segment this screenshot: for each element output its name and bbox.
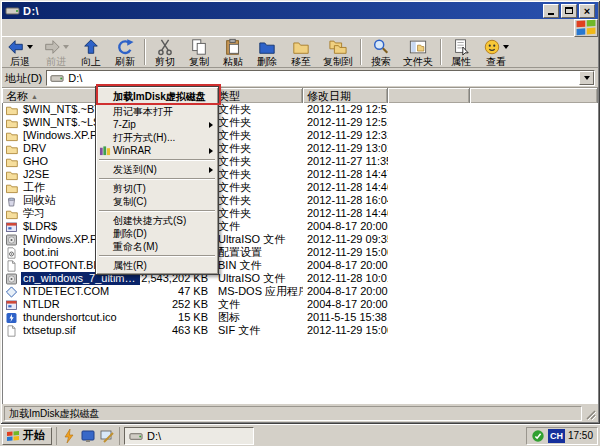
file-name: $WIN_NT$.~LS bbox=[21, 116, 102, 129]
file-type-cell: MS-DOS 应用程序 bbox=[214, 285, 303, 298]
file-row[interactable]: 学习文件夹2012-11-28 14:46 bbox=[2, 207, 598, 220]
menu-item-winrar[interactable]: WinRAR bbox=[97, 144, 217, 157]
generic-file-icon bbox=[5, 325, 18, 337]
file-row[interactable]: NTLDR252 KB文件2004-8-17 20:00 bbox=[2, 298, 598, 311]
annotation-highlight-box bbox=[96, 84, 221, 105]
file-row[interactable]: [Windows.XP.ProfessUltraISO 文件2012-11-29… bbox=[2, 233, 598, 246]
file-row[interactable]: thundershortcut.ico15 KB图标2011-5-15 15:3… bbox=[2, 311, 598, 324]
context-menu: 加载ImDisk虚拟磁盘用记事本打开7-Zip打开方式(H)...WinRAR发… bbox=[95, 86, 219, 275]
column-header-blank-4[interactable] bbox=[388, 88, 470, 103]
menu-item-label: 删除(D) bbox=[113, 228, 147, 239]
column-header-修改日期[interactable]: 修改日期 bbox=[303, 88, 388, 103]
folder-icon bbox=[5, 130, 18, 142]
menu-item-copy[interactable]: 复制(C) bbox=[97, 195, 217, 208]
address-dropdown-button[interactable] bbox=[579, 71, 594, 85]
file-type-cell: 文件 bbox=[214, 298, 303, 311]
file-row[interactable]: GHO文件夹2012-11-27 11:35 bbox=[2, 155, 598, 168]
maximize-button[interactable] bbox=[561, 4, 577, 18]
column-header-类型[interactable]: 类型 bbox=[214, 88, 303, 103]
views-button[interactable]: 查看 bbox=[478, 37, 514, 67]
copy-to-label: 复制到 bbox=[323, 56, 353, 67]
file-row[interactable]: cn_windows_7_ultimate_x86_...2,543,202 K… bbox=[2, 272, 598, 285]
thunder-launch-icon[interactable] bbox=[61, 428, 77, 444]
file-row[interactable]: txtsetup.sif463 KBSIF 文件2012-11-29 15:06 bbox=[2, 324, 598, 337]
menu-item-open-with[interactable]: 打开方式(H)... bbox=[97, 131, 217, 144]
file-name-cell: txtsetup.sif bbox=[2, 324, 140, 337]
cut-button[interactable]: 剪切 bbox=[148, 37, 182, 67]
display-icon[interactable] bbox=[80, 428, 96, 444]
file-date-cell: 2004-8-17 20:00 bbox=[303, 285, 388, 298]
show-desktop-icon[interactable] bbox=[99, 428, 115, 444]
menu-item-properties[interactable]: 属性(R) bbox=[97, 259, 217, 272]
system-tray: CH 17:50 bbox=[526, 427, 598, 445]
taskbar: 开始 D:\ CH 17:50 bbox=[0, 424, 600, 446]
move-to-button[interactable]: 移至 bbox=[284, 37, 318, 67]
file-size-cell: 47 KB bbox=[140, 285, 214, 298]
search-button[interactable]: 搜索 bbox=[364, 37, 398, 67]
file-type-cell: BIN 文件 bbox=[214, 259, 303, 272]
start-button[interactable]: 开始 bbox=[2, 427, 52, 445]
start-logo-icon bbox=[6, 430, 20, 442]
back-button[interactable]: 后退 bbox=[2, 37, 38, 67]
file-row[interactable]: [Windows.XP.Profess...文件夹2012-11-29 12:3… bbox=[2, 129, 598, 142]
properties-button[interactable]: 属性 bbox=[444, 37, 478, 67]
delete-button[interactable]: 删除 bbox=[250, 37, 284, 67]
file-name: DRV bbox=[21, 142, 48, 155]
file-type-cell: 文件 bbox=[214, 220, 303, 233]
minimize-button[interactable] bbox=[543, 4, 559, 18]
resize-grip[interactable] bbox=[584, 408, 596, 420]
menu-item-open-with-notepad[interactable]: 用记事本打开 bbox=[97, 105, 217, 118]
file-row[interactable]: BOOTFONT.BINBIN 文件2004-8-17 20:00 bbox=[2, 259, 598, 272]
dropdown-arrow-icon[interactable] bbox=[27, 45, 33, 49]
menu-item-cut[interactable]: 剪切(T) bbox=[97, 182, 217, 195]
thunder-file-icon bbox=[5, 312, 18, 324]
taskbar-task-button[interactable]: D:\ bbox=[124, 427, 254, 445]
folders-button[interactable]: 文件夹 bbox=[398, 37, 438, 67]
green-status-icon[interactable] bbox=[531, 429, 545, 443]
file-type-cell: 文件夹 bbox=[214, 155, 303, 168]
paste-button[interactable]: 粘贴 bbox=[216, 37, 250, 67]
dropdown-arrow-icon[interactable] bbox=[63, 45, 69, 49]
file-date-cell: 2012-11-29 15:06 bbox=[303, 246, 388, 259]
forward-button[interactable]: 前进 bbox=[38, 37, 74, 67]
generic-file-icon bbox=[5, 260, 18, 272]
menu-bar bbox=[2, 19, 598, 37]
up-button[interactable]: 向上 bbox=[74, 37, 108, 67]
cut-label: 剪切 bbox=[155, 56, 175, 67]
file-name-cell: NTDETECT.COM bbox=[2, 285, 140, 298]
language-indicator[interactable]: CH bbox=[548, 429, 565, 443]
file-row[interactable]: $WIN_NT$.~LS文件夹2012-11-29 12:51 bbox=[2, 116, 598, 129]
system-file-icon bbox=[5, 299, 18, 311]
file-row[interactable]: DRV文件夹2012-11-29 13:01 bbox=[2, 142, 598, 155]
copy-to-button[interactable]: 复制到 bbox=[318, 37, 358, 67]
file-name: boot.ini bbox=[21, 246, 60, 259]
ultraiso-file-icon bbox=[5, 234, 18, 246]
menu-item-create-shortcut[interactable]: 创建快捷方式(S) bbox=[97, 214, 217, 227]
file-row[interactable]: boot.ini配置设置2012-11-29 15:06 bbox=[2, 246, 598, 259]
file-row[interactable]: NTDETECT.COM47 KBMS-DOS 应用程序2004-8-17 20… bbox=[2, 285, 598, 298]
file-row[interactable]: $WIN_NT$.~BT文件夹2012-11-29 12:51 bbox=[2, 103, 598, 116]
taskbar-clock[interactable]: 17:50 bbox=[568, 430, 593, 441]
title-bar[interactable]: D:\ × bbox=[2, 2, 598, 19]
window-title: D:\ bbox=[23, 5, 39, 17]
file-date-cell: 2012-11-29 12:31 bbox=[303, 129, 388, 142]
file-row[interactable]: J2SE文件夹2012-11-28 14:47 bbox=[2, 168, 598, 181]
file-row[interactable]: 回收站文件夹2012-11-28 16:04 bbox=[2, 194, 598, 207]
menu-item-send-to[interactable]: 发送到(N) bbox=[97, 163, 217, 176]
up-arrow-icon bbox=[82, 38, 100, 56]
delete-label: 删除 bbox=[257, 56, 277, 67]
msdos-file-icon bbox=[5, 286, 18, 298]
close-button[interactable]: × bbox=[579, 4, 595, 18]
paste-label: 粘贴 bbox=[223, 56, 243, 67]
windows-logo-icon bbox=[574, 19, 598, 37]
menu-item-delete[interactable]: 删除(D) bbox=[97, 227, 217, 240]
file-rows: $WIN_NT$.~BT文件夹2012-11-29 12:51$WIN_NT$.… bbox=[2, 103, 598, 404]
refresh-button[interactable]: 刷新 bbox=[108, 37, 142, 67]
copy-button[interactable]: 复制 bbox=[182, 37, 216, 67]
menu-item-7zip[interactable]: 7-Zip bbox=[97, 118, 217, 131]
refresh-icon bbox=[116, 38, 134, 56]
menu-item-rename[interactable]: 重命名(M) bbox=[97, 240, 217, 253]
dropdown-arrow-icon[interactable] bbox=[503, 45, 509, 49]
file-row[interactable]: 工作文件夹2012-11-28 14:46 bbox=[2, 181, 598, 194]
file-row[interactable]: $LDR$文件2004-8-17 20:00 bbox=[2, 220, 598, 233]
